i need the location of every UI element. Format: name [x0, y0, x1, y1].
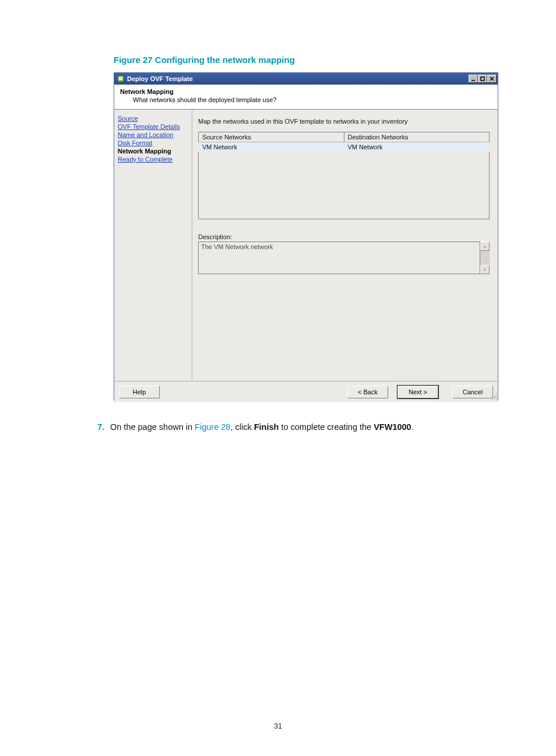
next-button[interactable]: Next > [397, 386, 438, 398]
nav-network-mapping[interactable]: Network Mapping [118, 147, 188, 155]
step-text: On the page shown in Figure 28, click Fi… [110, 422, 414, 432]
minimize-button[interactable] [469, 75, 478, 83]
figure-caption: Figure 27 Configuring the network mappin… [114, 55, 295, 65]
description-box: The VM Network network [198, 242, 480, 274]
description-label: Description: [198, 233, 492, 240]
nav-disk-format[interactable]: Disk Format [118, 139, 188, 147]
description-scrollbar: ▲ ▼ [480, 242, 490, 274]
step-mid1: , click [230, 422, 254, 432]
cell-destination[interactable]: VM Network [344, 142, 490, 152]
scroll-down-icon[interactable]: ▼ [480, 265, 490, 274]
close-button[interactable] [487, 75, 497, 83]
wizard-nav: Source OVF Template Details Name and Loc… [114, 110, 192, 381]
figure-28-link[interactable]: Figure 28 [195, 422, 230, 432]
step-mid2: to complete creating the [279, 422, 374, 432]
scroll-up-icon[interactable]: ▲ [480, 242, 490, 251]
resize-grip-icon[interactable] [490, 392, 498, 400]
wizard-header-title: Network Mapping [120, 88, 492, 95]
step-number: 7. [90, 422, 110, 432]
svg-rect-2 [119, 79, 122, 80]
svg-rect-3 [471, 80, 475, 81]
svg-rect-1 [119, 77, 122, 78]
step-7: 7. On the page shown in Figure 28, click… [90, 422, 414, 432]
wizard-header: Network Mapping What networks should the… [114, 85, 498, 110]
back-button[interactable]: < Back [347, 386, 388, 398]
col-destination-networks[interactable]: Destination Networks [344, 132, 490, 142]
wizard-content: Map the networks used in this OVF templa… [192, 110, 498, 381]
cancel-button[interactable]: Cancel [452, 386, 493, 398]
network-mapping-empty-area [198, 152, 490, 219]
cell-source: VM Network [199, 142, 344, 152]
svg-line-9 [496, 398, 497, 400]
wizard-button-bar: Help < Back Next > Cancel [114, 381, 498, 402]
step-tail: . [411, 422, 414, 432]
maximize-button[interactable] [478, 75, 487, 83]
col-source-networks[interactable]: Source Networks [199, 132, 344, 142]
nav-source[interactable]: Source [118, 114, 188, 123]
page-number: 31 [0, 722, 556, 730]
table-row[interactable]: VM Network VM Network [199, 142, 490, 152]
step-finish: Finish [254, 422, 279, 432]
title-bar: Deploy OVF Template [114, 73, 498, 85]
nav-name-location[interactable]: Name and Location [118, 131, 188, 139]
step-vfw: VFW1000 [374, 422, 411, 432]
mapping-instruction: Map the networks used in this OVF templa… [198, 118, 492, 125]
help-button[interactable]: Help [119, 386, 160, 398]
network-mapping-table: Source Networks Destination Networks VM … [198, 132, 490, 152]
wizard-header-sub: What networks should the deployed templa… [133, 96, 492, 103]
svg-rect-4 [481, 77, 484, 80]
nav-ready-complete[interactable]: Ready to Complete [118, 155, 188, 163]
deploy-ovf-dialog: Deploy OVF Template Network Mapping What… [114, 72, 498, 401]
step-pre: On the page shown in [110, 422, 195, 432]
ovf-template-icon [117, 75, 125, 83]
dialog-title: Deploy OVF Template [127, 75, 469, 82]
nav-ovf-details[interactable]: OVF Template Details [118, 123, 188, 131]
